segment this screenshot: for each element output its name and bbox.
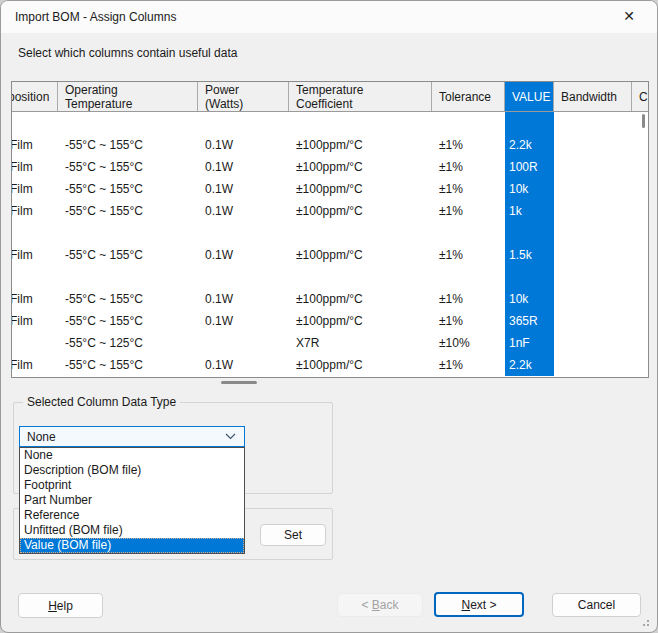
table-cell[interactable] <box>432 112 505 134</box>
table-row[interactable]: Film-55°C ~ 155°C0.1W±100ppm/°C±1%10k <box>12 288 648 310</box>
table-cell[interactable] <box>289 222 432 244</box>
dropdown-option[interactable]: Reference <box>20 508 244 523</box>
table-cell[interactable] <box>554 332 632 354</box>
column-header[interactable]: Tolerance <box>432 82 505 111</box>
vertical-scrollbar-thumb[interactable] <box>642 114 645 128</box>
table-cell[interactable]: 0.1W <box>198 354 289 376</box>
table-cell[interactable] <box>505 266 554 288</box>
table-cell[interactable]: ±100ppm/°C <box>289 354 432 376</box>
table-cell[interactable]: -55°C ~ 125°C <box>58 332 198 354</box>
table-cell[interactable]: Film <box>12 288 58 310</box>
table-cell[interactable]: 0.1W <box>198 288 289 310</box>
table-cell[interactable] <box>632 332 649 354</box>
table-cell[interactable]: 1nF <box>505 332 554 354</box>
table-cell[interactable] <box>632 288 649 310</box>
table-cell[interactable] <box>554 222 632 244</box>
table-row[interactable]: -55°C ~ 125°CX7R±10%1nF <box>12 332 648 354</box>
table-cell[interactable]: ±100ppm/°C <box>289 310 432 332</box>
table-cell[interactable] <box>432 266 505 288</box>
table-cell[interactable] <box>198 222 289 244</box>
table-cell[interactable] <box>632 222 649 244</box>
table-cell[interactable]: X7R <box>289 332 432 354</box>
table-cell[interactable]: ±100ppm/°C <box>289 156 432 178</box>
table-cell[interactable] <box>554 178 632 200</box>
table-cell[interactable] <box>554 112 632 134</box>
table-cell[interactable] <box>632 266 649 288</box>
table-cell[interactable] <box>198 332 289 354</box>
table-row[interactable]: Film-55°C ~ 155°C0.1W±100ppm/°C±1%2.2k <box>12 354 648 376</box>
table-cell[interactable]: Film <box>12 310 58 332</box>
table-cell[interactable]: 0.1W <box>198 178 289 200</box>
table-cell[interactable]: ±1% <box>432 156 505 178</box>
dropdown-option[interactable]: Part Number <box>20 493 244 508</box>
table-cell[interactable] <box>632 112 649 134</box>
table-cell[interactable]: ±1% <box>432 244 505 266</box>
column-header[interactable]: position <box>12 82 58 111</box>
dropdown-option[interactable]: None <box>20 448 244 463</box>
table-cell[interactable] <box>289 266 432 288</box>
table-cell[interactable]: ±1% <box>432 178 505 200</box>
table-cell[interactable]: -55°C ~ 155°C <box>58 134 198 156</box>
table-cell[interactable]: 10k <box>505 288 554 310</box>
close-button[interactable]: ✕ <box>607 1 651 31</box>
next-button[interactable]: Next > <box>434 592 524 617</box>
table-cell[interactable] <box>12 222 58 244</box>
table-cell[interactable]: Film <box>12 244 58 266</box>
table-cell[interactable]: -55°C ~ 155°C <box>58 310 198 332</box>
table-cell[interactable] <box>554 134 632 156</box>
table-cell[interactable]: 1k <box>505 200 554 222</box>
help-button[interactable]: Help <box>18 593 103 618</box>
table-cell[interactable] <box>432 222 505 244</box>
table-cell[interactable]: -55°C ~ 155°C <box>58 244 198 266</box>
table-cell[interactable]: ±100ppm/°C <box>289 200 432 222</box>
table-cell[interactable]: -55°C ~ 155°C <box>58 156 198 178</box>
table-cell[interactable]: ±100ppm/°C <box>289 288 432 310</box>
table-cell[interactable]: -55°C ~ 155°C <box>58 288 198 310</box>
dropdown-option[interactable]: Footprint <box>20 478 244 493</box>
table-cell[interactable] <box>632 244 649 266</box>
column-header[interactable]: Temperature Coefficient <box>289 82 432 111</box>
table-cell[interactable]: 0.1W <box>198 134 289 156</box>
dropdown-option[interactable]: Description (BOM file) <box>20 463 244 478</box>
table-row[interactable]: Film-55°C ~ 155°C0.1W±100ppm/°C±1%10k <box>12 178 648 200</box>
column-header[interactable]: VALUE <box>505 82 554 111</box>
table-cell[interactable] <box>58 222 198 244</box>
table-row[interactable] <box>12 222 648 244</box>
table-row[interactable]: Film-55°C ~ 155°C0.1W±100ppm/°C±1%365R <box>12 310 648 332</box>
dropdown-option[interactable]: Value (BOM file) <box>20 538 244 553</box>
table-cell[interactable]: ±100ppm/°C <box>289 244 432 266</box>
table-cell[interactable] <box>12 332 58 354</box>
table-cell[interactable]: Film <box>12 200 58 222</box>
column-header[interactable]: Bandwidth <box>554 82 632 111</box>
table-cell[interactable] <box>12 112 58 134</box>
column-header[interactable]: Operating Temperature <box>58 82 198 111</box>
table-cell[interactable]: ±10% <box>432 332 505 354</box>
table-row[interactable]: Film-55°C ~ 155°C0.1W±100ppm/°C±1%100R <box>12 156 648 178</box>
table-cell[interactable] <box>554 288 632 310</box>
set-button[interactable]: Set <box>260 524 326 546</box>
table-cell[interactable] <box>554 156 632 178</box>
table-row[interactable]: Film-55°C ~ 155°C0.1W±100ppm/°C±1%1.5k <box>12 244 648 266</box>
resize-grip[interactable] <box>647 624 649 626</box>
table-cell[interactable] <box>554 310 632 332</box>
data-type-combobox[interactable]: None <box>19 426 245 447</box>
table-cell[interactable] <box>632 156 649 178</box>
table-cell[interactable]: ±100ppm/°C <box>289 178 432 200</box>
table-cell[interactable] <box>554 354 632 376</box>
table-cell[interactable]: 0.1W <box>198 156 289 178</box>
table-cell[interactable]: ±100ppm/°C <box>289 134 432 156</box>
table-cell[interactable]: -55°C ~ 155°C <box>58 200 198 222</box>
column-header[interactable]: C <box>632 82 648 111</box>
table-row[interactable] <box>12 112 648 134</box>
table-cell[interactable]: 0.1W <box>198 244 289 266</box>
table-cell[interactable] <box>198 112 289 134</box>
table-cell[interactable]: ±1% <box>432 354 505 376</box>
table-cell[interactable]: 365R <box>505 310 554 332</box>
table-row[interactable]: Film-55°C ~ 155°C0.1W±100ppm/°C±1%1k <box>12 200 648 222</box>
table-cell[interactable] <box>632 178 649 200</box>
table-row[interactable] <box>12 266 648 288</box>
table-cell[interactable] <box>505 222 554 244</box>
table-cell[interactable] <box>12 266 58 288</box>
table-cell[interactable] <box>632 134 649 156</box>
table-cell[interactable]: 1.5k <box>505 244 554 266</box>
